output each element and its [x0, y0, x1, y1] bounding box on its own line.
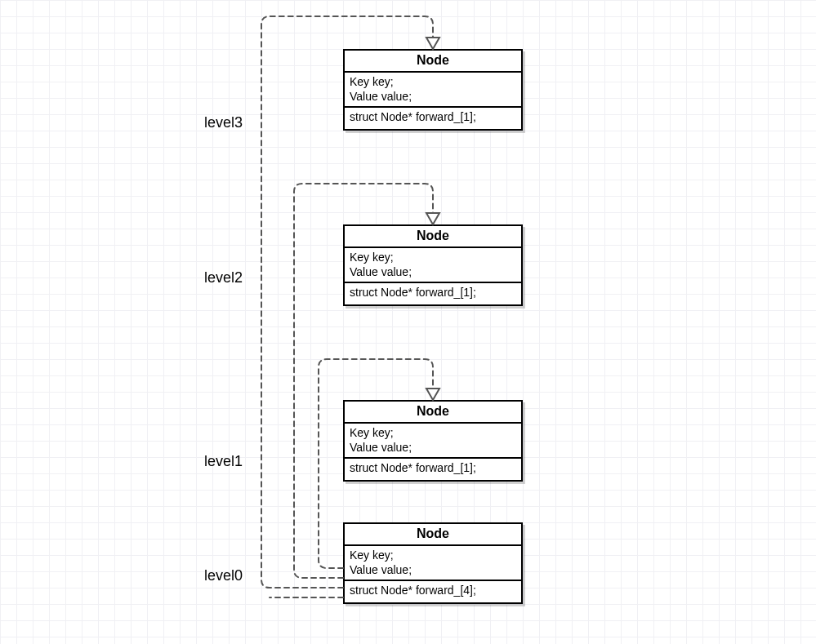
- uml-attr1: Key key;: [350, 426, 516, 441]
- uml-attr2: Value value;: [350, 441, 516, 455]
- uml-title: Node: [345, 51, 521, 73]
- uml-attrs: Key key; Value value;: [345, 73, 521, 108]
- uml-node-level3: Node Key key; Value value; struct Node* …: [343, 49, 523, 131]
- uml-ops: struct Node* forward_[1];: [345, 283, 521, 304]
- diagram-stage: level3 level2 level1 level0 Node Key key…: [0, 0, 816, 644]
- uml-title: Node: [345, 524, 521, 546]
- uml-attr1: Key key;: [350, 549, 516, 563]
- label-level2: level2: [204, 269, 243, 286]
- arrowhead-node2: [426, 213, 439, 224]
- uml-ops: struct Node* forward_[1];: [345, 459, 521, 480]
- arrowhead-node3: [426, 38, 439, 49]
- uml-attr2: Value value;: [350, 265, 516, 280]
- uml-node-level1: Node Key key; Value value; struct Node* …: [343, 400, 523, 482]
- uml-node-level2: Node Key key; Value value; struct Node* …: [343, 224, 523, 306]
- uml-op1: struct Node* forward_[4];: [350, 584, 516, 598]
- uml-attr1: Key key;: [350, 251, 516, 265]
- uml-ops: struct Node* forward_[1];: [345, 108, 521, 129]
- uml-attrs: Key key; Value value;: [345, 424, 521, 459]
- uml-title: Node: [345, 402, 521, 424]
- uml-attr2: Value value;: [350, 563, 516, 578]
- uml-ops: struct Node* forward_[4];: [345, 581, 521, 602]
- uml-attrs: Key key; Value value;: [345, 248, 521, 283]
- label-level0: level0: [204, 567, 243, 584]
- arrowhead-node1: [426, 389, 439, 400]
- uml-node-level0: Node Key key; Value value; struct Node* …: [343, 522, 523, 604]
- uml-op1: struct Node* forward_[1];: [350, 461, 516, 476]
- label-level3: level3: [204, 114, 243, 131]
- uml-op1: struct Node* forward_[1];: [350, 110, 516, 125]
- uml-attr2: Value value;: [350, 90, 516, 104]
- uml-op1: struct Node* forward_[1];: [350, 286, 516, 300]
- uml-attrs: Key key; Value value;: [345, 546, 521, 581]
- uml-title: Node: [345, 226, 521, 248]
- label-level1: level1: [204, 453, 243, 470]
- uml-attr1: Key key;: [350, 75, 516, 90]
